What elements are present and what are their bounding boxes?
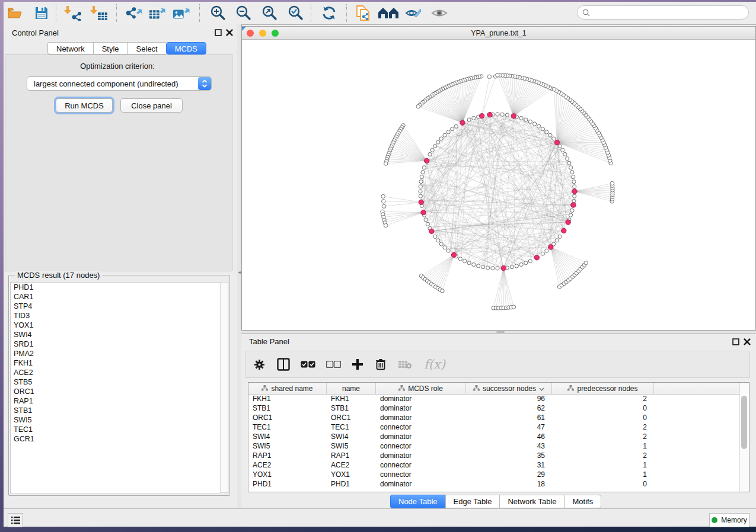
network-node[interactable]: [524, 261, 528, 265]
function-builder-icon[interactable]: f(x): [424, 357, 445, 371]
network-node[interactable]: [458, 257, 462, 261]
show-columns-icon[interactable]: [277, 358, 290, 371]
network-hub-node[interactable]: [572, 189, 577, 194]
mcds-result-item[interactable]: YOX1: [11, 321, 221, 330]
network-hub-node[interactable]: [562, 228, 566, 233]
first-neighbors-icon[interactable]: [377, 5, 400, 21]
mcds-result-item[interactable]: SRD1: [11, 339, 221, 349]
network-node[interactable]: [428, 152, 432, 156]
network-hub-node[interactable]: [460, 120, 465, 125]
network-node[interactable]: [573, 185, 576, 188]
tab-style[interactable]: Style: [93, 42, 127, 55]
float-panel-icon[interactable]: [732, 338, 739, 345]
mcds-result-item[interactable]: TID3: [11, 311, 221, 321]
table-row[interactable]: YOX1YOX1connector291: [248, 470, 741, 479]
network-node[interactable]: [584, 261, 588, 265]
mcds-result-item[interactable]: PMA2: [11, 349, 221, 358]
network-node[interactable]: [384, 162, 388, 165]
network-hub-node[interactable]: [429, 229, 434, 233]
network-node[interactable]: [487, 75, 491, 78]
tab-node-table[interactable]: Node Table: [390, 495, 445, 508]
table-row[interactable]: FKH1FKH1dominator962: [248, 394, 741, 403]
tab-motifs[interactable]: Motifs: [564, 495, 602, 508]
network-node[interactable]: [561, 148, 564, 152]
mcds-result-item[interactable]: CAR1: [11, 292, 221, 302]
network-node[interactable]: [419, 185, 422, 188]
tab-network[interactable]: Network: [47, 42, 93, 55]
new-network-from-selection-icon[interactable]: [355, 5, 372, 21]
network-node[interactable]: [566, 157, 569, 161]
network-node[interactable]: [439, 137, 443, 140]
network-node[interactable]: [496, 73, 499, 77]
table-row[interactable]: RAP1RAP1dominator352: [248, 451, 741, 460]
export-network-icon[interactable]: [125, 5, 142, 21]
tab-select[interactable]: Select: [127, 42, 166, 55]
network-window-titlebar[interactable]: YPA_prune.txt_1: [242, 27, 755, 40]
mcds-result-item[interactable]: STP4: [11, 302, 221, 311]
network-node[interactable]: [419, 180, 423, 184]
zoom-selected-icon[interactable]: [286, 5, 304, 21]
mcds-result-item[interactable]: PHD1: [11, 283, 221, 292]
network-node[interactable]: [555, 239, 559, 242]
network-node[interactable]: [528, 120, 532, 123]
delete-table-icon[interactable]: [398, 360, 412, 369]
network-hub-node[interactable]: [566, 220, 570, 225]
table-settings-gear-icon[interactable]: [254, 359, 265, 370]
network-node[interactable]: [472, 116, 476, 120]
table-scrollbar[interactable]: [739, 383, 749, 492]
network-node[interactable]: [563, 152, 567, 156]
network-node[interactable]: [570, 171, 574, 174]
network-node[interactable]: [572, 180, 576, 184]
network-node[interactable]: [472, 263, 476, 267]
network-canvas[interactable]: [242, 40, 755, 330]
network-hub-node[interactable]: [511, 114, 516, 118]
table-row[interactable]: TEC1TEC1connector472: [248, 422, 741, 432]
network-node[interactable]: [519, 116, 523, 120]
network-node[interactable]: [505, 113, 509, 117]
add-row-icon[interactable]: [352, 358, 363, 370]
network-node[interactable]: [541, 127, 544, 131]
network-hub-node[interactable]: [451, 252, 456, 257]
close-panel-icon[interactable]: [744, 338, 751, 345]
network-node[interactable]: [439, 242, 443, 246]
network-hub-node[interactable]: [548, 245, 553, 249]
apply-layout-refresh-icon[interactable]: [320, 5, 338, 21]
zoom-in-icon[interactable]: [209, 5, 227, 21]
network-node[interactable]: [558, 235, 562, 238]
network-node[interactable]: [569, 213, 573, 217]
import-table-icon[interactable]: [90, 5, 108, 21]
table-row[interactable]: SWI4SWI4dominator462: [248, 432, 741, 441]
tab-mcds[interactable]: MCDS: [166, 42, 206, 55]
column-header-shared-name[interactable]: shared name: [248, 383, 327, 394]
network-node[interactable]: [433, 144, 437, 148]
table-scrollbar-thumb[interactable]: [741, 396, 747, 449]
network-node[interactable]: [570, 209, 574, 212]
hide-selected-icon[interactable]: [404, 5, 422, 21]
optimization-criterion-dropdown[interactable]: largest connected component (undirected): [27, 76, 212, 91]
import-network-icon[interactable]: [64, 5, 82, 21]
network-node[interactable]: [496, 267, 499, 270]
network-node[interactable]: [545, 130, 548, 134]
mcds-result-item[interactable]: STB5: [11, 377, 221, 387]
network-hub-node[interactable]: [571, 203, 576, 207]
network-node[interactable]: [552, 87, 556, 91]
network-node[interactable]: [512, 305, 515, 309]
network-node[interactable]: [519, 263, 523, 267]
network-node[interactable]: [416, 104, 420, 108]
network-node[interactable]: [426, 222, 429, 226]
network-node[interactable]: [467, 261, 471, 265]
search-box[interactable]: [577, 5, 749, 20]
network-hub-node[interactable]: [419, 200, 423, 204]
network-hub-node[interactable]: [534, 255, 539, 260]
network-hub-node[interactable]: [479, 114, 484, 118]
network-node[interactable]: [381, 194, 385, 198]
close-panel-icon[interactable]: [226, 29, 233, 36]
mcds-result-item[interactable]: GCR1: [11, 434, 221, 444]
network-node[interactable]: [446, 130, 450, 134]
network-hub-node[interactable]: [501, 265, 506, 270]
mcds-result-item[interactable]: SWI4: [11, 330, 221, 339]
network-node[interactable]: [477, 264, 480, 268]
network-node[interactable]: [528, 259, 532, 263]
network-node[interactable]: [610, 181, 614, 185]
network-hub-node[interactable]: [424, 158, 429, 163]
